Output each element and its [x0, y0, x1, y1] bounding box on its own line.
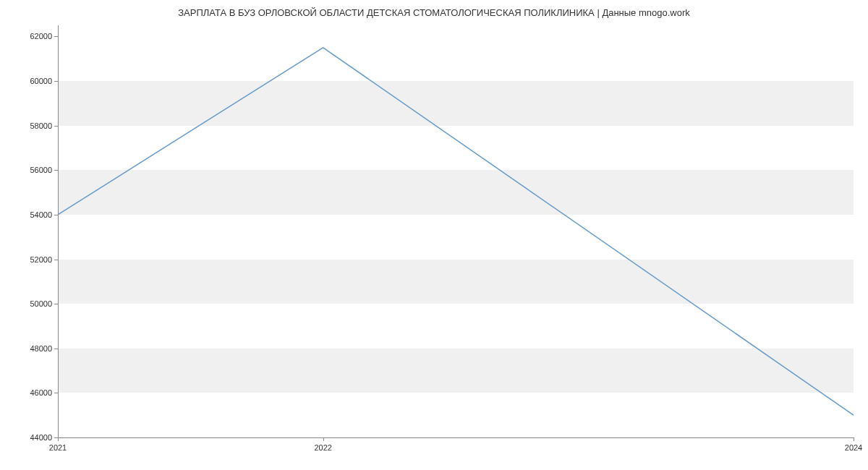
- x-tick-label: 2022: [314, 443, 331, 452]
- x-tick-label: 2021: [49, 443, 67, 452]
- y-tick-label: 50000: [30, 299, 52, 308]
- line-series: [58, 25, 854, 437]
- y-axis-line: [58, 25, 59, 437]
- x-tick-label: 2024: [845, 443, 862, 452]
- y-tick-label: 62000: [30, 32, 52, 40]
- y-tick-label: 58000: [30, 121, 52, 130]
- y-tick-label: 52000: [30, 255, 52, 264]
- x-tick: [854, 437, 854, 441]
- y-tick-label: 48000: [30, 344, 52, 353]
- chart-container: ЗАРПЛАТА В БУЗ ОРЛОВСКОЙ ОБЛАСТИ ДЕТСКАЯ…: [0, 0, 868, 470]
- line-path: [58, 48, 854, 415]
- y-tick-label: 60000: [30, 77, 52, 85]
- y-tick-label: 56000: [30, 166, 52, 174]
- chart-title: ЗАРПЛАТА В БУЗ ОРЛОВСКОЙ ОБЛАСТИ ДЕТСКАЯ…: [0, 0, 868, 18]
- y-tick-label: 44000: [30, 433, 52, 442]
- x-axis-line: [58, 437, 854, 438]
- y-tick-label: 54000: [30, 210, 52, 219]
- plot-area: 4400046000480005000052000540005600058000…: [58, 25, 854, 437]
- y-tick-label: 46000: [30, 388, 52, 397]
